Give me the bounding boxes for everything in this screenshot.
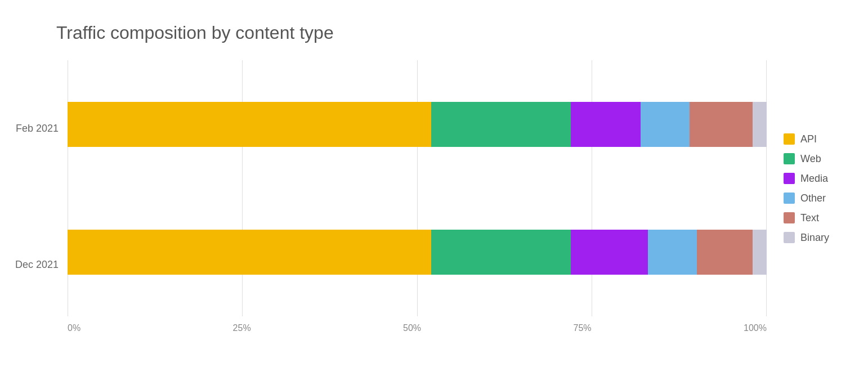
legend-label-web: Web: [800, 153, 821, 165]
legend-item-media: Media: [784, 173, 857, 185]
bars-area: [68, 60, 767, 316]
legend-item-text: Text: [784, 212, 857, 224]
x-axis: 0%25%50%75%100%: [68, 316, 767, 333]
legend-item-binary: Binary: [784, 232, 857, 244]
y-label: Feb 2021: [16, 123, 59, 135]
bar-segment-media: [571, 102, 641, 147]
legend-item-other: Other: [784, 193, 857, 204]
bar-segment-other: [648, 230, 697, 275]
x-label: 100%: [744, 323, 767, 333]
legend-label-api: API: [800, 133, 817, 145]
legend-label-binary: Binary: [800, 232, 829, 244]
legend-label-text: Text: [800, 212, 819, 224]
bar-row: [68, 224, 767, 280]
bar-segment-text: [697, 230, 753, 275]
x-label: 0%: [68, 323, 80, 333]
y-label: Dec 2021: [15, 259, 59, 271]
x-label: 25%: [233, 323, 251, 333]
stacked-bar: [68, 230, 767, 275]
bar-segment-web: [431, 230, 571, 275]
chart-container: Traffic composition by content type Feb …: [0, 0, 868, 367]
legend-swatch-text: [784, 212, 795, 223]
bar-segment-other: [641, 102, 690, 147]
bar-segment-media: [571, 230, 648, 275]
legend-label-other: Other: [800, 193, 826, 204]
chart-body: Feb 2021Dec 2021 0%25%50%75%100% APIWebM…: [11, 60, 857, 333]
legend-swatch-api: [784, 133, 795, 145]
chart-plot: 0%25%50%75%100%: [68, 60, 767, 333]
bar-segment-api: [68, 102, 431, 147]
bar-segment-web: [431, 102, 571, 147]
stacked-bar: [68, 102, 767, 147]
bar-row: [68, 96, 767, 153]
legend: APIWebMediaOtherTextBinary: [767, 60, 857, 333]
legend-swatch-other: [784, 193, 795, 204]
x-label: 50%: [403, 323, 421, 333]
bar-segment-text: [690, 102, 753, 147]
chart-title: Traffic composition by content type: [11, 23, 857, 43]
bar-segment-binary: [753, 102, 767, 147]
legend-item-web: Web: [784, 153, 857, 165]
legend-item-api: API: [784, 133, 857, 145]
bar-segment-api: [68, 230, 431, 275]
legend-swatch-media: [784, 173, 795, 184]
x-label: 75%: [574, 323, 592, 333]
bar-segment-binary: [753, 230, 767, 275]
legend-swatch-binary: [784, 232, 795, 243]
legend-swatch-web: [784, 153, 795, 164]
legend-label-media: Media: [800, 173, 828, 185]
y-axis: Feb 2021Dec 2021: [11, 60, 68, 333]
